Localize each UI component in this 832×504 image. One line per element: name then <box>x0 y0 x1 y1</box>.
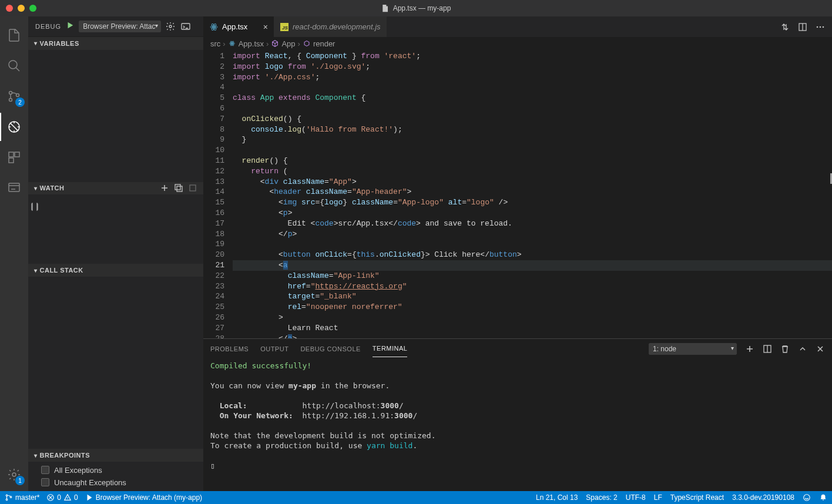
play-icon <box>85 493 93 502</box>
code-editor[interactable]: 1234567891011121314151617181920212223242… <box>203 50 832 338</box>
svg-point-15 <box>213 26 215 28</box>
svg-rect-14 <box>190 185 196 191</box>
browser-preview-icon[interactable] <box>0 174 28 202</box>
panel: PROBLEMS OUTPUT DEBUG CONSOLE TERMINAL 1… <box>203 338 832 491</box>
svg-text:JS: JS <box>282 25 288 31</box>
js-file-icon: JS <box>280 22 289 32</box>
new-terminal-icon[interactable] <box>745 344 754 354</box>
debug-config-select[interactable]: Browser Preview: Attac <box>79 21 161 32</box>
tab-react-dom[interactable]: JS react-dom.development.js <box>274 16 387 37</box>
tab-app-tsx[interactable]: App.tsx × <box>203 16 274 37</box>
svg-point-10 <box>169 25 172 28</box>
extensions-icon[interactable] <box>0 143 28 172</box>
checkbox[interactable] <box>41 466 49 474</box>
variables-section-header[interactable]: VARIABLES <box>28 37 203 50</box>
split-editor-icon[interactable] <box>798 22 807 32</box>
line-gutter: 1234567891011121314151617181920212223242… <box>203 50 233 338</box>
svg-point-24 <box>823 26 824 28</box>
sb-branch[interactable]: master* <box>5 493 39 502</box>
terminal-selector[interactable]: 1: node <box>649 343 737 355</box>
file-icon <box>381 4 390 12</box>
close-window-button[interactable] <box>6 5 13 12</box>
statusbar: master* 0 0 Browser Preview: Attach (my-… <box>0 491 832 504</box>
branch-icon <box>5 493 13 502</box>
add-watch-icon[interactable] <box>160 183 169 193</box>
panel-tabs: PROBLEMS OUTPUT DEBUG CONSOLE TERMINAL 1… <box>203 339 832 358</box>
sb-ts-version[interactable]: 3.3.0-dev.20190108 <box>732 493 794 502</box>
debug-icon[interactable] <box>0 113 28 141</box>
source-control-icon[interactable]: 2 <box>0 82 28 110</box>
breadcrumb-method[interactable]: render <box>303 39 336 48</box>
breakpoint-uncaught-exceptions[interactable]: Uncaught Exceptions <box>28 476 203 489</box>
clear-watch-icon[interactable] <box>188 183 197 193</box>
minimize-window-button[interactable] <box>18 5 25 12</box>
sb-eol[interactable]: LF <box>654 493 662 502</box>
activity-bar: 2 1 <box>0 16 28 491</box>
split-terminal-icon[interactable] <box>763 344 772 354</box>
watch-section-header[interactable]: WATCH <box>28 182 203 195</box>
explorer-icon[interactable] <box>0 21 28 49</box>
svg-point-1 <box>9 92 12 95</box>
sb-bell-icon[interactable] <box>819 493 827 502</box>
settings-icon[interactable]: 1 <box>0 461 28 489</box>
panel-tab-output[interactable]: OUTPUT <box>260 341 288 357</box>
collapse-watch-icon[interactable] <box>174 183 183 193</box>
sb-encoding[interactable]: UTF-8 <box>626 493 646 502</box>
react-file-icon <box>209 22 219 32</box>
start-debug-button[interactable] <box>66 21 74 31</box>
panel-tab-debug-console[interactable]: DEBUG CONSOLE <box>300 341 360 357</box>
close-panel-icon[interactable] <box>816 344 825 354</box>
maximize-panel-icon[interactable] <box>798 344 807 354</box>
scm-badge: 2 <box>15 98 25 107</box>
svg-point-2 <box>9 99 12 102</box>
search-icon[interactable] <box>0 52 28 80</box>
breadcrumb-src[interactable]: src <box>210 39 220 48</box>
react-file-icon <box>228 39 236 48</box>
kill-terminal-icon[interactable] <box>780 344 790 354</box>
more-actions-icon[interactable] <box>816 22 825 32</box>
method-icon <box>303 39 311 48</box>
callstack-body <box>28 277 203 449</box>
svg-point-9 <box>12 473 16 476</box>
svg-point-31 <box>6 499 8 500</box>
titlebar[interactable]: App.tsx — my-app <box>0 0 832 16</box>
cursor-icon <box>29 201 40 212</box>
svg-point-34 <box>804 495 810 501</box>
checkbox[interactable] <box>41 478 49 486</box>
window-title: App.tsx — my-app <box>381 4 451 12</box>
svg-rect-12 <box>175 184 180 190</box>
sb-debug-target[interactable]: Browser Preview: Attach (my-app) <box>85 493 202 502</box>
warning-icon <box>63 493 72 502</box>
debug-sidebar: DEBUG Browser Preview: Attac VARIABLES W… <box>28 16 203 491</box>
watch-body <box>28 194 203 264</box>
breakpoints-body: All Exceptions Uncaught Exceptions <box>28 462 203 491</box>
close-tab-icon[interactable]: × <box>263 22 268 32</box>
sb-language[interactable]: TypeScript React <box>670 493 724 502</box>
variables-body <box>28 50 203 182</box>
sb-feedback-icon[interactable] <box>803 493 811 502</box>
sb-cursor-pos[interactable]: Ln 21, Col 13 <box>536 493 578 502</box>
panel-tab-problems[interactable]: PROBLEMS <box>210 341 249 357</box>
tab-bar: App.tsx × JS react-dom.development.js <box>203 16 832 37</box>
sb-errors[interactable]: 0 0 <box>46 493 78 502</box>
sb-indentation[interactable]: Spaces: 2 <box>586 493 617 502</box>
svg-rect-7 <box>9 158 14 163</box>
compare-changes-icon[interactable] <box>780 22 790 32</box>
breadcrumb-file[interactable]: App.tsx <box>228 39 264 48</box>
svg-rect-5 <box>9 152 14 157</box>
svg-point-0 <box>9 61 17 69</box>
debug-console-icon[interactable] <box>181 22 190 31</box>
svg-rect-6 <box>15 152 19 157</box>
terminal-output[interactable]: Compiled successfully! You can now view … <box>203 358 832 491</box>
class-icon <box>271 39 279 48</box>
maximize-window-button[interactable] <box>29 5 36 12</box>
code-content[interactable]: import React, { Component } from 'react'… <box>233 50 832 338</box>
callstack-section-header[interactable]: CALL STACK <box>28 264 203 277</box>
breadcrumbs[interactable]: src › App.tsx › App › render <box>203 37 832 50</box>
panel-tab-terminal[interactable]: TERMINAL <box>373 340 408 357</box>
svg-rect-8 <box>9 183 19 191</box>
breadcrumb-class[interactable]: App <box>271 39 295 48</box>
debug-settings-icon[interactable] <box>166 22 175 31</box>
breakpoint-all-exceptions[interactable]: All Exceptions <box>28 464 203 476</box>
breakpoints-section-header[interactable]: BREAKPOINTS <box>28 449 203 462</box>
